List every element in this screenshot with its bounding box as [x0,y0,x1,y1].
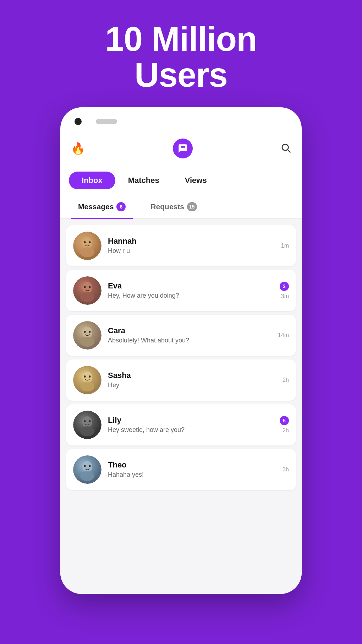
message-item[interactable]: Cara Absolutely! What about you? 14m [66,315,296,356]
tab-inbox[interactable]: Inbox [69,172,115,189]
svg-point-15 [84,331,86,333]
search-button[interactable] [280,142,291,155]
phone-camera [75,118,82,125]
svg-point-29 [80,471,94,481]
message-sender-name: Hannah [108,237,275,246]
message-preview: Hey, How are you doing? [108,292,273,299]
svg-point-16 [89,331,91,333]
avatar [73,366,102,394]
avatar [73,276,102,305]
message-content: Sasha Hey [108,371,276,389]
svg-point-20 [84,375,86,378]
app-header: 🔥 [60,132,302,165]
svg-point-4 [80,247,94,257]
message-preview: Hey sweetie, how are you? [108,426,273,434]
sub-tab-messages-label: Messages [78,202,114,211]
sub-tab-messages[interactable]: Messages 6 [71,196,133,219]
tab-views[interactable]: Views [172,172,220,189]
message-sender-name: Lily [108,416,273,425]
headline-section: 10 Million Users [105,0,257,107]
message-meta: 2h [283,377,289,383]
sub-tab-requests[interactable]: Requests 15 [143,196,204,219]
svg-point-31 [89,465,91,467]
message-preview: Absolutely! What about you? [108,337,272,344]
svg-line-1 [288,150,290,152]
svg-point-25 [84,420,86,422]
message-time: 1m [281,243,289,249]
headline-line2: Users [135,56,227,94]
svg-point-14 [80,337,94,347]
svg-point-30 [84,465,86,467]
avatar [73,455,102,484]
message-sender-name: Theo [108,460,276,470]
unread-badge: 2 [280,282,289,291]
message-sender-name: Eva [108,281,273,291]
message-item[interactable]: Lily Hey sweetie, how are you? 5 2h [66,404,296,445]
headline-line1: 10 Million [105,20,257,58]
sub-tab-bar: Messages 6 Requests 15 [60,196,302,219]
svg-point-5 [84,241,86,243]
message-content: Theo Hahaha yes! [108,460,276,478]
svg-point-21 [89,375,91,378]
message-content: Lily Hey sweetie, how are you? [108,416,273,434]
message-preview: Hey [108,381,276,389]
phone-device: 🔥 Inbox Matches Views Messages [60,107,302,594]
tab-matches[interactable]: Matches [115,172,172,189]
message-meta: 14m [278,332,289,339]
messages-badge: 6 [116,202,126,211]
headline-title: 10 Million Users [105,21,257,93]
phone-top-bar [60,118,302,132]
svg-point-24 [80,426,94,436]
message-time: 14m [278,332,289,339]
requests-badge: 15 [187,202,197,211]
message-time: 2h [283,427,289,434]
message-time: 3m [281,293,289,299]
message-preview: Hahaha yes! [108,471,276,478]
message-time: 2h [283,377,289,383]
message-sender-name: Cara [108,326,272,335]
message-content: Hannah How r u [108,237,275,255]
message-item[interactable]: Theo Hahaha yes! 3h [66,449,296,490]
message-preview: How r u [108,247,275,255]
svg-point-13 [82,327,92,338]
message-icon [178,144,188,153]
svg-point-6 [89,241,91,243]
message-meta: 5 2h [280,416,289,434]
svg-point-23 [82,416,92,428]
message-time: 3h [283,466,289,473]
svg-point-18 [82,372,92,383]
message-content: Cara Absolutely! What about you? [108,326,272,344]
message-meta: 1m [281,243,289,249]
chat-bubble-button[interactable] [173,139,193,158]
message-meta: 3h [283,466,289,473]
svg-point-9 [80,292,94,302]
message-list: Hannah How r u 1m [60,222,302,493]
svg-point-8 [82,282,92,293]
message-item[interactable]: Sasha Hey 2h [66,359,296,401]
phone-speaker [96,119,117,124]
svg-point-26 [89,420,91,422]
sub-tab-requests-label: Requests [150,202,184,211]
avatar [73,232,102,260]
unread-badge: 5 [280,416,289,425]
svg-point-28 [82,461,92,472]
message-meta: 2 3m [280,282,289,299]
app-screen: 🔥 Inbox Matches Views Messages [60,132,302,594]
svg-point-10 [84,286,86,288]
svg-point-19 [80,381,94,391]
message-item[interactable]: Eva Hey, How are you doing? 2 3m [66,270,296,311]
message-item[interactable]: Hannah How r u 1m [66,225,296,266]
svg-point-11 [89,286,91,288]
message-sender-name: Sasha [108,371,276,380]
flame-icon: 🔥 [71,142,85,155]
avatar [73,411,102,439]
message-content: Eva Hey, How are you doing? [108,281,273,299]
main-tab-bar: Inbox Matches Views [60,165,302,196]
avatar [73,321,102,350]
svg-point-3 [82,237,92,249]
